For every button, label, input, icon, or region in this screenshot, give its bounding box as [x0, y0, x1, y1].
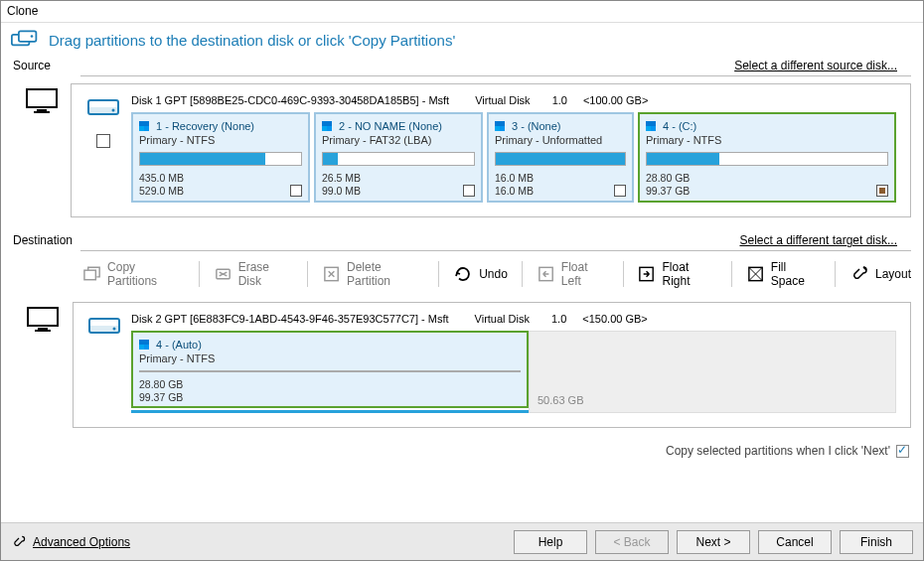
used-size: 28.80 GB — [646, 172, 690, 185]
destination-header: Destination Select a different target di… — [1, 233, 923, 247]
finish-button[interactable]: Finish — [840, 530, 913, 554]
divider — [80, 250, 911, 251]
source-partition[interactable]: 1 - Recovery (None)Primary - NTFS435.0 M… — [131, 112, 310, 203]
used-size: 26.5 MB — [322, 172, 361, 185]
undo-button[interactable]: Undo — [447, 260, 514, 288]
toolbar: Copy Partitions Erase Disk Delete Partit… — [1, 254, 923, 302]
partition-title: 1 - Recovery (None) — [156, 120, 254, 132]
source-partitions: 1 - Recovery (None)Primary - NTFS435.0 M… — [131, 112, 896, 203]
disk-size: <150.00 GB> — [582, 313, 647, 325]
footer: Advanced Options Help < Back Next > Canc… — [1, 522, 923, 560]
divider — [80, 75, 911, 76]
disk-label: Disk 1 GPT [5898BE25-CDC0-469C-9393-3045… — [131, 94, 449, 106]
svg-point-20 — [113, 328, 116, 331]
source-disk-icon — [86, 96, 120, 118]
float-right-button[interactable]: Float Right — [631, 256, 722, 292]
source-content: Disk 1 GPT [5898BE25-CDC0-469C-9393-3045… — [1, 79, 923, 227]
total-size: 529.0 MB — [139, 185, 184, 198]
destination-panel: Disk 2 GPT [6E883FC9-1ABD-4543-9F46-357E… — [73, 302, 911, 428]
copy-on-next-checkbox[interactable] — [896, 445, 909, 458]
clone-disk-icon — [11, 29, 39, 51]
destination-content: Disk 2 GPT [6E883FC9-1ABD-4543-9F46-357E… — [1, 302, 923, 438]
source-partition[interactable]: 2 - NO NAME (None)Primary - FAT32 (LBA)2… — [314, 112, 483, 203]
total-size: 16.0 MB — [495, 185, 534, 198]
partition-checkbox[interactable] — [290, 185, 302, 197]
svg-rect-15 — [28, 308, 58, 326]
usage-bar — [646, 152, 888, 166]
selection-underline — [131, 410, 529, 413]
usage-bar — [322, 152, 475, 166]
fill-space-button[interactable]: Fill Space — [740, 256, 827, 292]
copy-on-next-label: Copy selected partitions when I click 'N… — [666, 444, 890, 458]
instruction-text: Drag partitions to the destination disk … — [49, 32, 455, 49]
back-button[interactable]: < Back — [595, 530, 669, 554]
next-button[interactable]: Next > — [677, 530, 750, 554]
instruction-row: Drag partitions to the destination disk … — [1, 23, 923, 59]
source-label: Source — [13, 59, 82, 72]
total-size: 99.37 GB — [139, 391, 183, 404]
windows-icon — [139, 339, 152, 351]
destination-partition[interactable]: 4 - (Auto) Primary - NTFS 28.80 GB99.37 … — [131, 331, 529, 408]
partition-title: 2 - NO NAME (None) — [339, 120, 442, 132]
cancel-button[interactable]: Cancel — [758, 530, 832, 554]
float-left-button[interactable]: Float Left — [531, 256, 615, 292]
target-disk-icon — [87, 315, 121, 337]
source-panel: Disk 1 GPT [5898BE25-CDC0-469C-9393-3045… — [71, 83, 911, 217]
partition-subtype: Primary - NTFS — [139, 352, 521, 364]
used-size: 16.0 MB — [495, 172, 534, 185]
advanced-options-link[interactable]: Advanced Options — [11, 534, 130, 550]
partition-checkbox[interactable] — [876, 185, 888, 197]
window-title: Clone — [1, 1, 923, 23]
svg-rect-16 — [38, 328, 48, 330]
partition-title: 4 - (Auto) — [156, 339, 202, 351]
copy-partitions-button[interactable]: Copy Partitions — [77, 256, 191, 292]
partition-subtype: Primary - NTFS — [139, 134, 302, 146]
source-header: Source Select a different source disk... — [1, 59, 923, 72]
source-disk-header: Disk 1 GPT [5898BE25-CDC0-469C-9393-3045… — [131, 94, 896, 106]
disk-label: Disk 2 GPT [6E883FC9-1ABD-4543-9F46-357E… — [131, 313, 449, 325]
partition-subtype: Primary - FAT32 (LBA) — [322, 134, 475, 146]
select-target-link[interactable]: Select a different target disk... — [739, 233, 897, 247]
partition-checkbox[interactable] — [463, 185, 475, 197]
source-partition[interactable]: 3 - (None)Primary - Unformatted16.0 MB16… — [487, 112, 634, 203]
partition-title: 3 - (None) — [512, 120, 561, 132]
windows-icon — [139, 120, 152, 132]
help-button[interactable]: Help — [514, 530, 587, 554]
svg-rect-9 — [84, 270, 95, 280]
clone-window: Clone Drag partitions to the destination… — [0, 0, 924, 561]
select-source-link[interactable]: Select a different source disk... — [734, 59, 897, 72]
usage-bar — [139, 370, 521, 372]
svg-point-8 — [112, 109, 115, 112]
disk-size: <100.00 GB> — [583, 94, 648, 106]
usage-bar — [139, 152, 302, 166]
erase-disk-button[interactable]: Erase Disk — [208, 256, 299, 292]
total-size: 99.37 GB — [646, 185, 690, 198]
used-size: 435.0 MB — [139, 172, 184, 185]
usage-bar — [495, 152, 626, 166]
source-partition[interactable]: 4 - (C:)Primary - NTFS28.80 GB99.37 GB — [638, 112, 896, 203]
windows-icon — [646, 120, 659, 132]
destination-label: Destination — [13, 233, 82, 247]
delete-partition-button[interactable]: Delete Partition — [316, 256, 430, 292]
windows-icon — [495, 120, 508, 132]
source-disk-checkbox[interactable] — [96, 134, 110, 148]
monitor-icon — [13, 83, 71, 217]
svg-rect-3 — [27, 89, 57, 107]
partition-subtype: Primary - NTFS — [646, 134, 888, 146]
svg-point-2 — [31, 35, 34, 38]
layout-button[interactable]: Layout — [844, 260, 917, 288]
disk-type: Virtual Disk — [475, 313, 530, 325]
free-space[interactable]: 50.63 GB — [529, 331, 896, 413]
monitor-icon — [13, 302, 73, 428]
disk-ver: 1.0 — [551, 313, 566, 325]
target-disk-header: Disk 2 GPT [6E883FC9-1ABD-4543-9F46-357E… — [131, 313, 896, 325]
partition-checkbox[interactable] — [614, 185, 626, 197]
windows-icon — [322, 120, 335, 132]
total-size: 99.0 MB — [322, 185, 361, 198]
used-size: 28.80 GB — [139, 378, 183, 391]
disk-ver: 1.0 — [552, 94, 567, 106]
svg-rect-4 — [37, 109, 47, 111]
partition-title: 4 - (C:) — [663, 120, 696, 132]
partition-subtype: Primary - Unformatted — [495, 134, 626, 146]
copy-on-next-row: Copy selected partitions when I click 'N… — [1, 438, 923, 464]
